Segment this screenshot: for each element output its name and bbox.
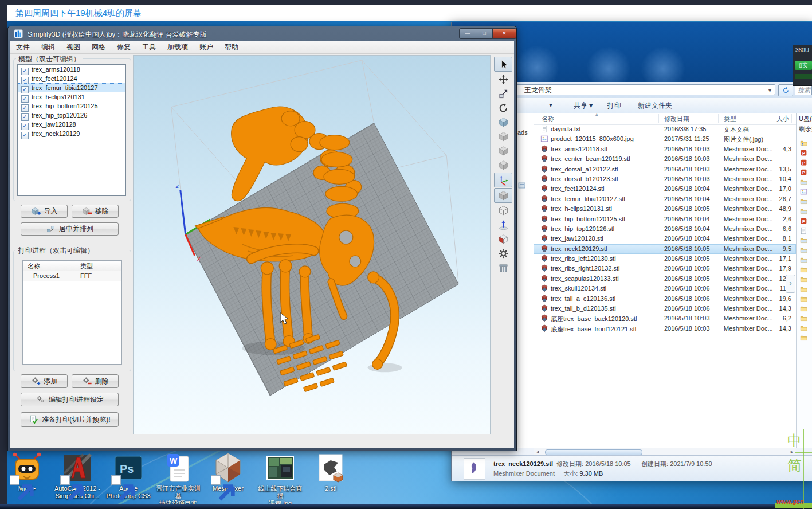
model-list-item[interactable]: ✓trex_feet120124 xyxy=(18,74,125,83)
cube-icon[interactable] xyxy=(495,130,512,143)
build-plate-viewport[interactable]: x z xyxy=(133,55,491,434)
scroll-left-icon[interactable]: ◂ xyxy=(534,448,542,455)
add-process-button[interactable]: 添加 xyxy=(21,374,68,388)
new-folder-button[interactable]: 新建文件夹 xyxy=(638,101,672,111)
import-button[interactable]: 导入 xyxy=(21,205,68,218)
share-button[interactable]: 共享 ▾ xyxy=(574,101,593,111)
menu-item[interactable]: 视图 xyxy=(61,41,86,53)
checkbox-icon[interactable]: ✓ xyxy=(21,132,29,139)
process-row[interactable]: Process1 FFF xyxy=(23,271,121,281)
column-header-date[interactable]: 修改日期 xyxy=(664,115,689,123)
file-row[interactable]: trex_arms120118.stl2016/5/18 10:03Meshmi… xyxy=(534,144,796,154)
panel-expander-button[interactable]: › xyxy=(786,275,795,293)
folder-blue-icon[interactable] xyxy=(797,255,812,265)
rotate-icon[interactable] xyxy=(495,101,512,115)
safe-eject-button[interactable]: ▯安 xyxy=(795,61,812,70)
menu-item[interactable]: 网格 xyxy=(86,41,111,53)
file-row[interactable]: trex_center_beam120119.stl2016/5/18 10:0… xyxy=(534,154,796,164)
menu-item[interactable]: 账户 xyxy=(194,41,219,53)
taskbar[interactable] xyxy=(0,504,812,509)
ppt-icon[interactable]: P xyxy=(797,167,812,177)
file-row[interactable]: trex_dorsal_b120123.stl2016/5/18 10:03Me… xyxy=(534,174,796,184)
toolbar-fragment-caret[interactable]: ▾ xyxy=(549,101,552,109)
model-list-item[interactable]: ✓trex_hip_top120126 xyxy=(18,111,125,120)
center-arrange-button[interactable]: 居中并排列 xyxy=(21,222,119,236)
column-header-size[interactable]: 大小 xyxy=(776,115,789,123)
file-row[interactable]: trex_tail_a_c120136.stl2016/5/18 10:06Me… xyxy=(534,294,796,304)
move-icon[interactable] xyxy=(495,72,512,86)
model-list[interactable]: ✓trex_arms120118✓trex_feet120124✓trex_fe… xyxy=(17,64,126,196)
supports-icon[interactable] xyxy=(495,261,512,275)
nav-item-fragment[interactable]: ads xyxy=(517,129,528,136)
scale-icon[interactable] xyxy=(495,87,512,100)
file-row[interactable]: trex_skull120134.stl2016/5/18 10:06Meshm… xyxy=(534,284,796,293)
file-row[interactable]: trex_tail_b_d120135.stl2016/5/18 10:06Me… xyxy=(534,304,796,314)
model-list-item[interactable]: ✓trex_hip_bottom120125 xyxy=(18,101,125,111)
model-list-item[interactable]: ✓trex_neck120129 xyxy=(18,129,125,138)
chevron-down-icon[interactable]: ▾ xyxy=(768,85,771,96)
folder-blue-icon[interactable] xyxy=(797,197,812,206)
file-row[interactable]: dayin.la.txt2016/3/8 17:35文本文档 xyxy=(534,124,796,134)
model-list-item[interactable]: ✓trex_jaw120128 xyxy=(18,120,125,129)
folder-icon[interactable] xyxy=(797,314,812,323)
file-row[interactable]: trex_neck120129.stl2016/5/18 10:05Meshmi… xyxy=(534,244,796,254)
axes-icon[interactable] xyxy=(494,173,512,187)
cube-icon[interactable] xyxy=(495,144,512,158)
file-row[interactable]: trex_scapulas120133.stl2016/5/18 10:05Me… xyxy=(534,274,796,284)
file-row[interactable]: trex_hip_bottom120125.stl2016/5/18 10:04… xyxy=(534,214,796,224)
folder-icon[interactable] xyxy=(797,275,812,284)
print-button[interactable]: 打印 xyxy=(607,101,621,111)
cross-section-icon[interactable] xyxy=(495,232,512,246)
file-row[interactable]: trex_h-clips120131.stl2016/5/18 10:05Mes… xyxy=(534,204,796,214)
menu-item[interactable]: 文件 xyxy=(10,41,36,53)
file-row[interactable]: trex_ribs_left120130.stl2016/5/18 10:05M… xyxy=(534,254,796,264)
folder-blue-icon[interactable] xyxy=(797,236,812,245)
file-row[interactable]: trex_jaw120128.stl2016/5/18 10:04Meshmix… xyxy=(534,234,796,244)
column-header-name[interactable]: 名称 xyxy=(542,115,554,123)
column-header-type[interactable]: 类型 xyxy=(724,115,736,123)
folder-icon[interactable] xyxy=(797,333,812,343)
model-list-item[interactable]: ✓trex_femur_tibia120127 xyxy=(18,83,125,92)
file-row[interactable]: trex_hip_top120126.stl2016/5/18 10:04Mes… xyxy=(534,224,796,234)
file-row[interactable]: trex_ribs_right120132.stl2016/5/18 10:05… xyxy=(534,264,796,273)
ppt-icon[interactable]: P xyxy=(797,148,812,158)
support-arrow-icon[interactable] xyxy=(495,218,512,232)
refresh-button[interactable] xyxy=(778,84,793,96)
close-button[interactable]: ✕ xyxy=(493,28,516,39)
folder-icon[interactable] xyxy=(797,304,812,314)
edit-process-button[interactable]: 编辑打印进程设定 xyxy=(21,393,119,406)
menu-item[interactable]: 编辑 xyxy=(36,41,61,53)
gear-icon[interactable] xyxy=(495,246,512,260)
recent-places-icon[interactable] xyxy=(518,182,525,189)
prepare-print-button[interactable]: 准备打印(切片并预览)! xyxy=(21,412,119,427)
menu-item[interactable]: 修复 xyxy=(111,41,136,53)
folder-blue-icon[interactable] xyxy=(797,206,812,216)
menu-item[interactable]: 工具 xyxy=(136,41,162,53)
folder-user-icon[interactable] xyxy=(797,138,812,148)
file-row[interactable]: 底座trex_base_front120121.stl2016/5/18 10:… xyxy=(534,324,796,334)
cube-icon[interactable] xyxy=(495,158,512,172)
model-list-item[interactable]: ✓trex_h-clips120131 xyxy=(18,92,125,101)
file-row[interactable]: product_120115_800x600.jpg2017/5/31 11:2… xyxy=(534,134,796,144)
delete-process-button[interactable]: 删除 xyxy=(72,374,119,388)
image-icon[interactable] xyxy=(797,187,812,197)
cube-blue-icon[interactable] xyxy=(495,115,512,129)
file-row[interactable]: trex_dorsal_a120122.stl2016/5/18 10:03Me… xyxy=(534,165,796,174)
folder-icon[interactable] xyxy=(797,323,812,333)
maximize-button[interactable]: □ xyxy=(476,28,493,39)
horizontal-scrollbar[interactable]: ◂ ▸ xyxy=(534,448,796,456)
doc-icon[interactable] xyxy=(797,226,812,236)
file-row[interactable]: trex_feet120124.stl2016/5/18 10:04Meshmi… xyxy=(534,184,796,194)
process-table[interactable]: 名称 类型 Process1 FFF xyxy=(22,260,122,365)
minimize-button[interactable]: — xyxy=(459,28,476,39)
scrollbar-thumb[interactable] xyxy=(545,449,642,455)
file-row[interactable]: trex_femur_tibia120127.stl2016/5/18 10:0… xyxy=(534,194,796,204)
menu-item[interactable]: 帮助 xyxy=(219,41,244,53)
folder-icon[interactable] xyxy=(797,265,812,275)
folder-blue-icon[interactable] xyxy=(797,177,812,187)
folder-blue-icon[interactable] xyxy=(797,245,812,255)
folder-icon[interactable] xyxy=(797,294,812,304)
wire-cube-icon[interactable] xyxy=(495,203,512,217)
menu-item[interactable]: 加载项 xyxy=(162,41,194,53)
scroll-right-icon[interactable]: ▸ xyxy=(788,448,796,455)
